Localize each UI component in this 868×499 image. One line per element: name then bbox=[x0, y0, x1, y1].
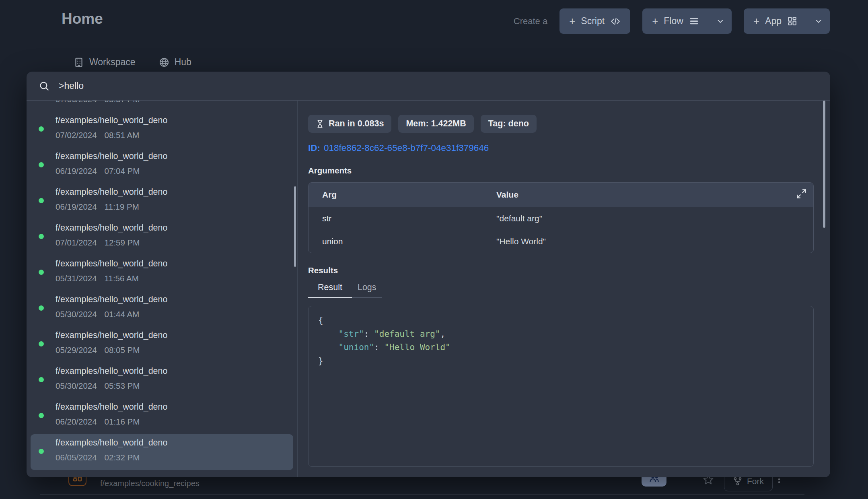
run-badges: Ran in 0.083s Mem: 1.422MB Tag: deno bbox=[308, 115, 814, 133]
search-icon bbox=[39, 80, 49, 91]
app-path-label: f/examples/cooking_recipes bbox=[86, 479, 200, 488]
result-json-viewer: { "str": "default arg", "union": "Hello … bbox=[308, 306, 814, 467]
detail-panel-scrollbar[interactable] bbox=[823, 101, 825, 228]
fork-button-label: Fork bbox=[747, 476, 764, 486]
run-path-label: f/examples/hello_world_deno bbox=[56, 330, 287, 340]
plus-icon: + bbox=[652, 16, 658, 26]
memory-badge-label: Mem: 1.422MB bbox=[406, 119, 466, 129]
code-icon bbox=[610, 16, 621, 27]
success-dot-icon bbox=[39, 126, 44, 132]
run-path-label: f/examples/hello_world_deno bbox=[56, 151, 287, 161]
run-list-item[interactable]: f/examples/hello_world_deno 05/29/2024 0… bbox=[31, 327, 293, 363]
git-fork-icon bbox=[733, 476, 743, 486]
create-app-split-button: + App bbox=[744, 8, 830, 34]
arg-name-cell: union bbox=[309, 237, 496, 246]
create-flow-label: Flow bbox=[664, 16, 683, 27]
run-id-link[interactable]: ID:018fe862-8c62-65e8-b7f7-04e31f379646 bbox=[308, 143, 814, 153]
run-time-label: 08:51 AM bbox=[105, 130, 140, 140]
create-flow-dropdown-button[interactable] bbox=[709, 8, 732, 34]
tab-hub-label: Hub bbox=[175, 57, 191, 68]
success-dot-icon bbox=[39, 377, 44, 382]
duration-badge: Ran in 0.083s bbox=[308, 115, 391, 133]
run-list-item[interactable]: f/examples/hello_world_deno 06/05/2024 0… bbox=[31, 434, 293, 470]
run-date-label: 05/30/2024 bbox=[56, 381, 97, 391]
run-time-label: 08:05 PM bbox=[105, 345, 140, 355]
page-title: Home bbox=[62, 10, 103, 27]
plus-icon: + bbox=[753, 16, 759, 26]
run-path-label: f/examples/hello_world_deno bbox=[56, 295, 287, 305]
run-path-label: f/examples/hello_world_deno bbox=[56, 223, 287, 233]
run-list-item[interactable]: f/examples/hello_world_deno 07/06/2024 0… bbox=[31, 101, 293, 112]
run-path-label: f/examples/hello_world_deno bbox=[56, 438, 287, 448]
run-id-value: 018fe862-8c62-65e8-b7f7-04e31f379646 bbox=[324, 143, 489, 153]
create-script-label: Script bbox=[581, 16, 605, 27]
globe-icon bbox=[159, 57, 169, 68]
home-tabs: Workspace Hub bbox=[74, 57, 191, 68]
run-list-item[interactable]: f/examples/hello_world_deno 05/30/2024 0… bbox=[31, 363, 293, 398]
run-id-label: ID: bbox=[308, 143, 320, 153]
success-dot-icon bbox=[39, 305, 44, 311]
layout-dashboard-icon bbox=[787, 16, 797, 26]
run-list-item[interactable]: f/examples/hello_world_deno 06/20/2024 0… bbox=[31, 398, 293, 434]
run-date-label: 05/29/2024 bbox=[56, 345, 97, 355]
duration-badge-label: Ran in 0.083s bbox=[329, 119, 384, 129]
run-list-item[interactable]: f/examples/hello_world_deno 05/31/2024 1… bbox=[31, 255, 293, 291]
run-path-label: f/examples/hello_world_deno bbox=[56, 115, 287, 126]
arg-name-cell: str bbox=[309, 214, 496, 223]
expand-icon[interactable] bbox=[796, 188, 807, 199]
run-time-label: 12:59 PM bbox=[105, 238, 140, 247]
search-input[interactable] bbox=[59, 80, 818, 91]
run-time-label: 01:44 AM bbox=[105, 309, 140, 319]
create-script-button[interactable]: + Script bbox=[559, 8, 630, 34]
run-date-label: 06/20/2024 bbox=[56, 417, 97, 427]
arguments-table-header: Arg Value bbox=[309, 183, 813, 207]
run-date-label: 07/06/2024 bbox=[56, 101, 97, 104]
create-app-button[interactable]: + App bbox=[744, 8, 807, 34]
hourglass-icon bbox=[316, 120, 324, 128]
run-list-item[interactable]: f/examples/hello_world_deno 06/19/2024 1… bbox=[31, 184, 293, 219]
success-dot-icon bbox=[39, 413, 44, 418]
arguments-table: Arg Value str "default arg" union "Hello… bbox=[308, 182, 814, 253]
tag-badge: Tag: deno bbox=[481, 115, 537, 133]
success-dot-icon bbox=[39, 341, 44, 346]
chevron-down-icon bbox=[716, 17, 725, 26]
success-dot-icon bbox=[39, 234, 44, 239]
run-time-label: 11:19 PM bbox=[105, 202, 139, 212]
tab-hub[interactable]: Hub bbox=[159, 57, 191, 68]
plus-icon: + bbox=[569, 16, 575, 26]
arg-value-cell: "Hello World" bbox=[496, 237, 813, 246]
results-tabs: Result Logs bbox=[308, 282, 814, 298]
create-toolbar: Create a + Script + Flow + App bbox=[514, 8, 830, 34]
flow-icon bbox=[689, 16, 699, 26]
run-date-label: 07/01/2024 bbox=[56, 238, 97, 247]
success-dot-icon bbox=[39, 162, 44, 167]
tag-badge-label: Tag: deno bbox=[488, 119, 529, 129]
run-path-label: f/examples/hello_world_deno bbox=[56, 259, 287, 269]
arg-column-header: Arg bbox=[309, 190, 496, 200]
run-list-item[interactable]: f/examples/hello_world_deno 05/30/2024 0… bbox=[31, 291, 293, 327]
run-path-label: f/examples/hello_world_deno bbox=[56, 187, 287, 197]
run-detail-panel: Ran in 0.083s Mem: 1.422MB Tag: deno ID:… bbox=[298, 101, 830, 477]
tab-workspace[interactable]: Workspace bbox=[74, 57, 136, 68]
arguments-title: Arguments bbox=[308, 166, 814, 175]
run-date-label: 06/19/2024 bbox=[56, 166, 97, 176]
create-app-dropdown-button[interactable] bbox=[807, 8, 830, 34]
run-list-item[interactable]: f/examples/hello_world_deno 07/02/2024 0… bbox=[31, 112, 293, 148]
run-date-label: 06/19/2024 bbox=[56, 202, 97, 212]
create-flow-button[interactable]: + Flow bbox=[642, 8, 709, 34]
run-time-label: 05:37 PM bbox=[105, 101, 140, 104]
run-time-label: 11:56 AM bbox=[105, 274, 139, 283]
runs-list-scrollbar[interactable] bbox=[294, 186, 296, 267]
run-date-label: 05/30/2024 bbox=[56, 309, 97, 319]
hub-app-row-cooking-recipes[interactable]: f/examples/cooking_recipes Fork bbox=[27, 479, 830, 499]
success-dot-icon bbox=[39, 449, 44, 454]
windmill-home-page: { "page_title": "Home", "topbar": { "cre… bbox=[0, 0, 868, 499]
success-dot-icon bbox=[39, 270, 44, 275]
runs-list: f/examples/hello_world_deno 07/06/2024 0… bbox=[27, 101, 298, 477]
run-list-item[interactable]: f/examples/hello_world_deno 07/01/2024 1… bbox=[31, 219, 293, 255]
tab-result[interactable]: Result bbox=[308, 282, 352, 298]
run-path-label: f/examples/hello_world_deno bbox=[56, 366, 287, 376]
tab-logs[interactable]: Logs bbox=[352, 282, 382, 298]
create-app-label: App bbox=[765, 16, 782, 27]
run-list-item[interactable]: f/examples/hello_world_deno 06/19/2024 0… bbox=[31, 148, 293, 184]
